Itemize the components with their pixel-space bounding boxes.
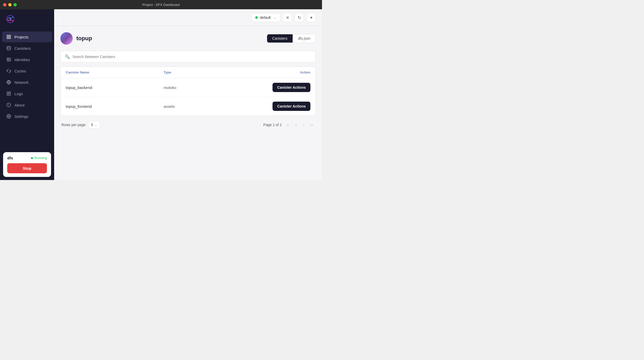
identities-icon — [6, 57, 11, 62]
projects-icon — [6, 34, 11, 39]
pagination: Rows per page 5 ⌄ Page 1 of 1 « ‹ › » — [60, 121, 316, 129]
header-controls: default ⌄ ✕ ↻ ✦ — [251, 13, 316, 22]
search-icon: 🔍 — [65, 54, 70, 59]
col-header-action: Action — [261, 70, 310, 74]
svg-rect-4 — [7, 37, 8, 39]
col-header-type: Type — [164, 70, 262, 74]
dfx-label: dfx — [7, 156, 13, 160]
sidebar-item-projects[interactable]: Projects — [2, 31, 52, 42]
minimize-button[interactable] — [8, 3, 12, 6]
canister-name-0: topup_backend — [66, 85, 164, 90]
network-name: default — [260, 15, 271, 20]
svg-point-5 — [7, 46, 11, 48]
sidebar-item-identities[interactable]: Identities — [2, 54, 52, 65]
svg-rect-6 — [7, 58, 11, 61]
sidebar-item-about[interactable]: About — [2, 100, 52, 110]
sidebar-item-about-label: About — [14, 103, 24, 107]
network-icon — [6, 80, 11, 85]
sidebar: Projects Canisters Identities — [0, 9, 54, 180]
tab-canisters[interactable]: Canisters — [267, 34, 293, 43]
first-page-button[interactable]: « — [285, 121, 291, 129]
rows-per-page-label: Rows per page — [61, 123, 86, 127]
canister-type-1: assets — [164, 104, 262, 109]
refresh-icon: ↻ — [298, 15, 301, 20]
sidebar-item-identities-label: Identities — [14, 58, 30, 62]
sidebar-item-logs-label: Logs — [14, 92, 23, 96]
sidebar-item-logs[interactable]: Logs — [2, 88, 52, 99]
x-icon: ✕ — [286, 15, 289, 20]
window-controls — [3, 3, 17, 6]
canister-name-1: topup_frontend — [66, 104, 164, 109]
settings-icon — [6, 114, 11, 119]
theme-button[interactable]: ✦ — [307, 13, 316, 22]
chevron-down-icon: ⌄ — [274, 16, 276, 19]
project-name: topup — [76, 35, 92, 42]
app-logo — [5, 14, 15, 24]
network-selector[interactable]: default ⌄ — [251, 13, 280, 22]
close-button[interactable] — [3, 3, 6, 6]
canister-actions-button-0[interactable]: Canister Actions — [273, 83, 310, 92]
canister-action-0: Canister Actions — [261, 83, 310, 92]
maximize-button[interactable] — [13, 3, 17, 6]
top-header: default ⌄ ✕ ↻ ✦ — [54, 9, 322, 26]
app-layout: Projects Canisters Identities — [0, 9, 322, 180]
dfx-status-top: dfx Running — [7, 156, 47, 160]
next-page-button[interactable]: › — [301, 121, 306, 129]
canisters-icon — [6, 46, 11, 51]
rows-per-page-value: 5 — [91, 123, 93, 127]
cycles-icon — [6, 68, 11, 73]
network-status-dot — [255, 16, 258, 19]
main-content: default ⌄ ✕ ↻ ✦ topup — [54, 9, 322, 180]
sidebar-item-network[interactable]: Network — [2, 77, 52, 88]
svg-point-17 — [8, 116, 10, 117]
sidebar-item-network-label: Network — [14, 80, 29, 85]
sidebar-item-canisters-label: Canisters — [14, 46, 31, 51]
running-dot — [31, 157, 33, 159]
col-header-name: Canister Name — [66, 70, 164, 74]
title-bar: Project - DFX Dashboard — [0, 0, 322, 9]
table-header: Canister Name Type Action — [61, 67, 316, 78]
tab-dfx-json[interactable]: dfx.json — [293, 34, 316, 43]
sidebar-item-settings-label: Settings — [14, 114, 28, 119]
window-title: Project - DFX Dashboard — [142, 3, 180, 7]
dfx-status-panel: dfx Running Stop — [3, 152, 51, 177]
page-content: topup Canisters dfx.json 🔍 Canister Name… — [54, 26, 322, 180]
search-input[interactable] — [72, 55, 311, 59]
last-page-button[interactable]: » — [309, 121, 315, 129]
project-info: topup — [60, 32, 92, 45]
close-button[interactable]: ✕ — [283, 13, 292, 22]
project-header: topup Canisters dfx.json — [60, 32, 316, 45]
dfx-status-text: Running — [35, 156, 47, 160]
svg-rect-3 — [9, 37, 11, 39]
project-avatar — [60, 32, 73, 45]
sidebar-item-projects-label: Projects — [14, 35, 28, 39]
logs-icon — [6, 91, 11, 96]
sidebar-item-settings[interactable]: Settings — [2, 111, 52, 122]
sidebar-item-cycles-label: Cycles — [14, 69, 26, 73]
svg-rect-1 — [7, 35, 8, 36]
rows-per-page-select[interactable]: 5 ⌄ — [88, 121, 100, 129]
prev-page-button[interactable]: ‹ — [294, 121, 298, 129]
page-info: Page 1 of 1 — [263, 123, 282, 127]
about-icon — [6, 102, 11, 108]
canister-actions-button-1[interactable]: Canister Actions — [273, 102, 310, 111]
canister-type-0: motoko — [164, 85, 262, 90]
sidebar-navigation: Projects Canisters Identities — [0, 29, 54, 149]
stop-button[interactable]: Stop — [7, 163, 47, 173]
svg-point-0 — [10, 18, 11, 20]
table-row: topup_frontend assets Canister Actions — [61, 97, 316, 116]
project-tabs: Canisters dfx.json — [267, 34, 316, 43]
dfx-running-status: Running — [31, 156, 47, 160]
svg-rect-2 — [9, 35, 11, 36]
table-row: topup_backend motoko Canister Actions — [61, 78, 316, 97]
canister-table: Canister Name Type Action topup_backend … — [60, 67, 316, 116]
sun-icon: ✦ — [310, 15, 313, 20]
search-bar[interactable]: 🔍 — [60, 51, 316, 62]
page-navigation: Page 1 of 1 « ‹ › » — [263, 121, 315, 129]
chevron-down-icon: ⌄ — [95, 123, 97, 127]
rows-per-page: Rows per page 5 ⌄ — [61, 121, 100, 129]
sidebar-item-cycles[interactable]: Cycles — [2, 66, 52, 76]
svg-point-7 — [8, 59, 9, 60]
refresh-button[interactable]: ↻ — [295, 13, 304, 22]
sidebar-item-canisters[interactable]: Canisters — [2, 43, 52, 54]
